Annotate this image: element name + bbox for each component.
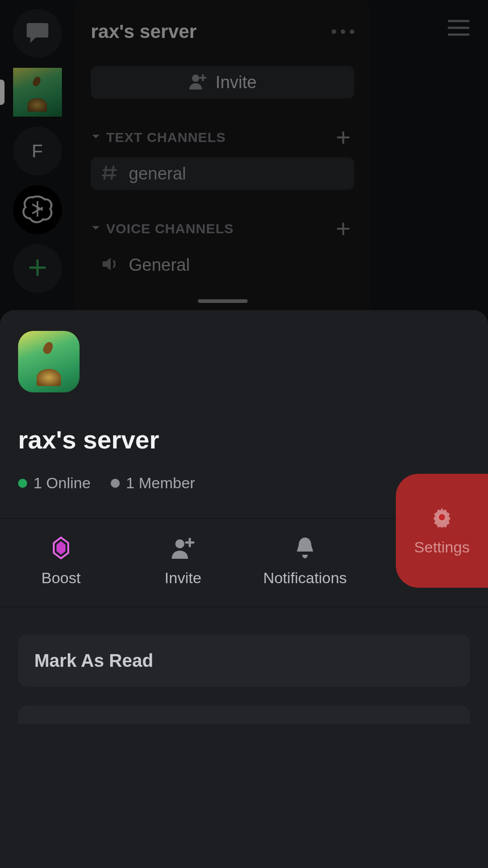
online-count-label: 1 Online (33, 474, 91, 492)
svg-point-1 (175, 539, 184, 548)
member-count-label: 1 Member (126, 474, 195, 492)
boost-button[interactable]: Boost (0, 519, 122, 607)
hamburger-icon (448, 33, 469, 36)
hash-icon (101, 164, 119, 184)
channel-name-label: General (129, 255, 190, 275)
server-avatar-large (18, 331, 80, 392)
server-name-title: rax's server (91, 21, 197, 42)
gear-icon (432, 506, 452, 528)
plus-icon (28, 258, 47, 279)
bell-icon (295, 537, 315, 559)
voice-channels-label: VOICE CHANNELS (106, 221, 234, 236)
hamburger-button[interactable] (448, 20, 469, 310)
server-selection-indicator (0, 80, 5, 105)
background-channel-drawer: F rax's server (0, 0, 488, 310)
add-server-button[interactable] (13, 244, 62, 293)
chevron-down-icon (91, 132, 101, 143)
member-count: 1 Member (111, 474, 195, 492)
speaker-icon (101, 255, 119, 275)
channel-panel: rax's server Invite TEXT CHA (75, 0, 371, 310)
channel-panel-header: rax's server (91, 14, 354, 50)
server-f[interactable]: F (13, 127, 62, 175)
openai-icon (21, 193, 54, 227)
svg-point-0 (192, 75, 199, 82)
settings-label: Settings (414, 538, 470, 556)
server-rax[interactable] (13, 68, 62, 117)
online-count: 1 Online (18, 474, 91, 492)
mark-as-read-button[interactable]: Mark As Read (18, 634, 470, 687)
boost-icon (52, 537, 70, 559)
more-options-button[interactable] (332, 29, 354, 34)
server-letter-label: F (32, 141, 42, 161)
person-add-icon (188, 73, 206, 91)
add-voice-channel-button[interactable]: + (332, 216, 354, 241)
server-openai[interactable] (13, 185, 62, 234)
status-dot-member-icon (111, 479, 120, 488)
svg-point-3 (439, 514, 445, 520)
ellipsis-icon (341, 29, 345, 34)
voice-channels-category[interactable]: VOICE CHANNELS + (91, 216, 354, 241)
channel-general-voice[interactable]: General (91, 249, 354, 281)
person-add-icon (171, 537, 195, 559)
server-avatar-icon (18, 331, 80, 392)
hamburger-icon (448, 20, 469, 22)
hamburger-icon (448, 27, 469, 29)
notifications-label: Notifications (263, 569, 347, 587)
ellipsis-icon (332, 29, 336, 34)
server-options-sheet: rax's server 1 Online 1 Member Boost (0, 310, 488, 868)
channel-general-text[interactable]: general (91, 157, 354, 190)
ellipsis-icon (350, 29, 354, 34)
mark-as-read-label: Mark As Read (34, 651, 153, 671)
direct-messages-button[interactable] (13, 9, 62, 58)
drag-handle[interactable] (198, 299, 248, 303)
right-strip (429, 0, 488, 310)
chat-bubble-icon (26, 22, 49, 45)
server-avatar-icon (13, 68, 62, 117)
text-channels-category[interactable]: TEXT CHANNELS + (91, 125, 354, 150)
list-item[interactable] (18, 706, 470, 724)
chevron-down-icon (91, 223, 101, 235)
text-channels-label: TEXT CHANNELS (106, 130, 226, 145)
invite-button-label: Invite (216, 73, 257, 92)
invite-action-button[interactable]: Invite (122, 519, 244, 607)
invite-button[interactable]: Invite (91, 66, 354, 99)
status-dot-online-icon (18, 479, 27, 488)
add-text-channel-button[interactable]: + (332, 125, 354, 150)
notifications-button[interactable]: Notifications (244, 519, 366, 607)
server-name-heading: rax's server (18, 425, 470, 454)
channel-name-label: general (129, 164, 186, 184)
settings-button[interactable]: Settings (396, 474, 488, 588)
server-rail: F (0, 0, 75, 310)
boost-label: Boost (42, 569, 81, 587)
invite-action-label: Invite (164, 569, 201, 587)
